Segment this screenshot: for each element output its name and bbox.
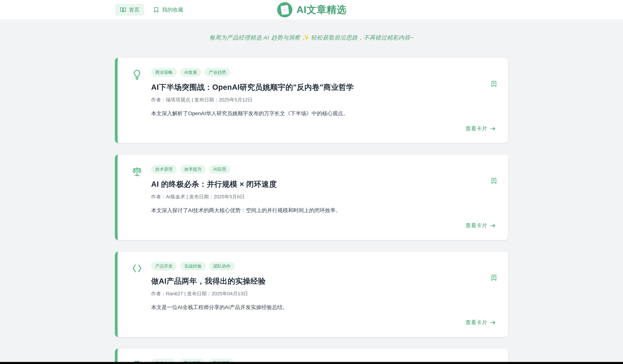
screenshot-bottom-edge <box>0 362 623 364</box>
article-card: AI Agent最佳实践开发指南 Anthropic工程师教你怎么做AI Age… <box>115 349 508 364</box>
card-content: 产品开发实战经验团队协作 做AI产品两年，我得出的实操经验 作者：Ran627 … <box>151 262 496 326</box>
card-link-row: 查看卡片 <box>151 319 496 326</box>
card-title: AI下半场突围战：OpenAI研究员姚顺宇的"反内卷"商业哲学 <box>151 82 496 92</box>
card-meta: 作者：AI炼金术 | 发布日期：2025年5月6日 <box>151 193 496 200</box>
tag: 效率提升 <box>180 165 206 174</box>
tag: 商业策略 <box>151 68 177 77</box>
card-content: 技术原理效率提升AI应用 AI 的终极必杀：并行规模 × 闭环速度 作者：AI炼… <box>151 165 496 229</box>
tag: 团队协作 <box>209 262 235 271</box>
bookmark-icon <box>153 7 159 13</box>
card-title: 做AI产品两年，我得出的实操经验 <box>151 276 496 286</box>
card-link-row: 查看卡片 <box>151 222 496 229</box>
article-list: 商业策略AI发展产业趋势 AI下半场突围战：OpenAI研究员姚顺宇的"反内卷"… <box>115 58 508 364</box>
view-card-link[interactable]: 查看卡片 <box>466 222 496 229</box>
card-summary: 本文是一位AI全栈工程师分享的AI产品开发实操经验总结。 <box>151 304 496 311</box>
article-card: 产品开发实战经验团队协作 做AI产品两年，我得出的实操经验 作者：Ran627 … <box>115 252 508 337</box>
article-card: 商业策略AI发展产业趋势 AI下半场突围战：OpenAI研究员姚顺宇的"反内卷"… <box>115 58 508 143</box>
tag: 技术原理 <box>151 165 177 174</box>
view-card-link-label: 查看卡片 <box>466 125 487 133</box>
tag: 实战经验 <box>180 262 206 271</box>
bookmark-plus-icon[interactable] <box>490 80 497 88</box>
nav-item-label: 我的收藏 <box>162 6 183 13</box>
view-card-link[interactable]: 查看卡片 <box>466 125 496 133</box>
tag: AI应用 <box>209 165 230 174</box>
document-logo-icon <box>276 1 293 18</box>
code-brackets-icon <box>132 263 142 274</box>
card-meta: 作者：Ran627 | 发布日期：2025年04月13日 <box>151 290 496 297</box>
arrow-right-icon <box>490 320 496 326</box>
book-open-icon <box>120 7 126 13</box>
tag-list: 技术原理效率提升AI应用 <box>151 165 496 174</box>
bookmark-plus-icon[interactable] <box>490 274 497 282</box>
header-inner: 首页 我的收藏 <box>115 0 508 20</box>
card-content: 商业策略AI发展产业趋势 AI下半场突围战：OpenAI研究员姚顺宇的"反内卷"… <box>151 68 496 133</box>
lightbulb-icon <box>132 69 142 80</box>
view-card-link-label: 查看卡片 <box>466 319 487 326</box>
nav-item-home[interactable]: 首页 <box>115 4 144 16</box>
tag: AI发展 <box>180 68 201 77</box>
tag-list: 商业策略AI发展产业趋势 <box>151 68 496 77</box>
nav-item-favorites[interactable]: 我的收藏 <box>148 4 188 16</box>
view-card-link[interactable]: 查看卡片 <box>466 319 496 326</box>
scales-icon <box>132 166 142 177</box>
card-summary: 本文深入解析了OpenAI华人研究员姚顺宇发布的万字长文《下半场》中的核心观点。 <box>151 110 496 117</box>
main-nav: 首页 我的收藏 <box>115 4 188 16</box>
view-card-link-label: 查看卡片 <box>466 222 487 229</box>
nav-item-label: 首页 <box>129 6 139 13</box>
card-meta: 作者：瑞塔塔观点 | 发布日期：2025年5月12日 <box>151 97 496 103</box>
card-summary: 本文深入探讨了AI技术的两大核心优势：空间上的并行规模和时间上的闭环效率。 <box>151 207 496 214</box>
app-title: AI文章精选 <box>296 3 347 16</box>
sparkle-icon <box>284 0 289 4</box>
header: 首页 我的收藏 <box>0 0 623 20</box>
arrow-right-icon <box>490 223 496 229</box>
tagline: 每周为产品经理精选 AI 趋势与洞察 ✨ 轻松获取前沿思路，不再错过精彩内容~ <box>0 20 623 41</box>
tag: 产业趋势 <box>205 68 230 77</box>
card-link-row: 查看卡片 <box>151 125 496 133</box>
bookmark-plus-icon[interactable] <box>490 177 497 185</box>
card-title: AI 的终极必杀：并行规模 × 闭环速度 <box>151 179 496 189</box>
tag: 产品开发 <box>151 262 177 271</box>
arrow-right-icon <box>490 126 496 132</box>
app-logo[interactable]: AI文章精选 <box>276 1 347 18</box>
tag-list: 产品开发实战经验团队协作 <box>151 262 496 271</box>
article-card: 技术原理效率提升AI应用 AI 的终极必杀：并行规模 × 闭环速度 作者：AI炼… <box>115 155 508 240</box>
